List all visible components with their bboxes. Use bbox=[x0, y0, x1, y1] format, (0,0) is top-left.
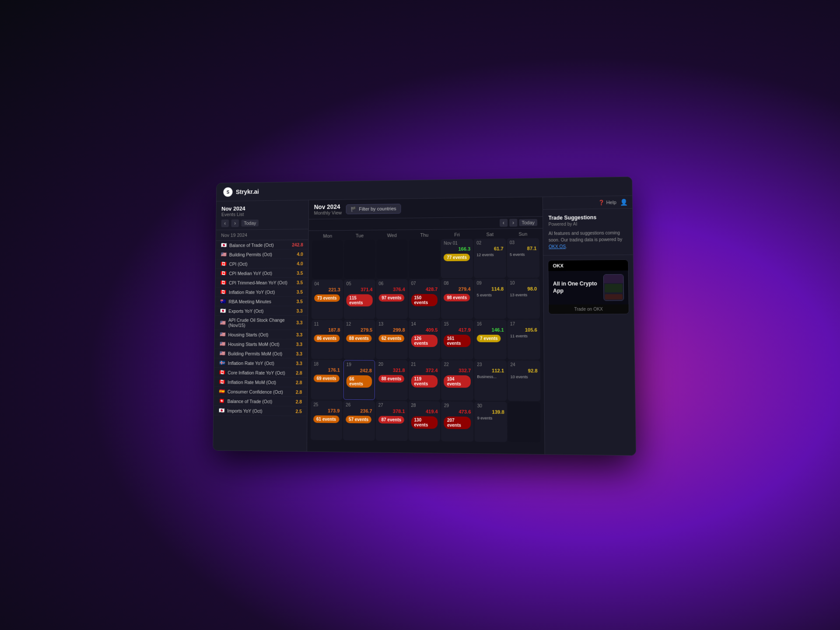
cell-date: 29 bbox=[444, 403, 471, 408]
sidebar-subtitle: Events List bbox=[221, 211, 303, 217]
calendar-cell[interactable]: 28419.4130 events bbox=[408, 401, 440, 441]
sidebar-event-item[interactable]: 🇯🇵 Balance of Trade (Oct) 242.8 bbox=[216, 240, 308, 250]
sidebar-event-item[interactable]: 🇨🇦 CPI Median YoY (Oct) 3.5 bbox=[216, 268, 308, 278]
cell-value: 173.9 bbox=[313, 407, 340, 413]
calendar-cell[interactable]: 18176.169 events bbox=[311, 360, 343, 399]
calendar-cell[interactable]: 13299.862 events bbox=[376, 319, 408, 359]
event-name: Imports YoY (Oct) bbox=[227, 408, 293, 413]
cell-date: 30 bbox=[477, 403, 504, 408]
calendar-cell[interactable]: 19242.866 events bbox=[343, 360, 375, 399]
cell-date: 11 bbox=[314, 322, 340, 326]
calendar-cell[interactable]: 16146.17 events bbox=[474, 319, 507, 359]
calendar-cell[interactable]: 2492.810 events bbox=[508, 360, 540, 400]
calendar-cell[interactable]: 0261.712 events bbox=[474, 238, 506, 278]
cell-date: Nov 01 bbox=[444, 240, 470, 245]
sidebar-event-item[interactable]: 🇨🇦 CPI Trimmed-Mean YoY (Oct) 3.5 bbox=[215, 277, 308, 287]
event-score: 3.3 bbox=[296, 320, 302, 325]
calendar-cell[interactable]: 23112.1Business... bbox=[474, 360, 507, 400]
sidebar-event-item[interactable]: 🇨🇦 CPI (Oct) 4.0 bbox=[216, 259, 308, 269]
sidebar-event-item[interactable]: 🇨🇦 Core Inflation Rate YoY (Oct) 2.8 bbox=[214, 368, 308, 378]
cell-date: 06 bbox=[378, 281, 405, 286]
cell-value: 376.4 bbox=[378, 287, 405, 292]
event-name: Inflation Rate YoY (Oct) bbox=[228, 360, 294, 365]
sidebar-today-button[interactable]: Today bbox=[242, 219, 259, 226]
sidebar-event-item[interactable]: 🇮🇸 Inflation Rate YoY (Oct) 3.3 bbox=[214, 358, 308, 368]
sidebar-event-item[interactable]: 🇺🇸 Housing Starts MoM (Oct) 3.3 bbox=[214, 339, 307, 349]
calendar-cell[interactable]: 17105.611 events bbox=[508, 319, 540, 360]
calendar-cell[interactable]: 14409.5126 events bbox=[409, 319, 441, 359]
cell-date: 27 bbox=[378, 402, 405, 407]
day-header: Sun bbox=[507, 231, 539, 237]
calendar-cell[interactable]: 20321.888 events bbox=[376, 360, 408, 400]
day-header: Mon bbox=[312, 233, 343, 238]
sidebar-event-item[interactable]: 🇨🇭 Balance of Trade (Oct) 2.8 bbox=[214, 396, 307, 406]
event-name: CPI Median YoY (Oct) bbox=[229, 270, 294, 276]
calendar-cell[interactable]: 1098.013 events bbox=[507, 279, 540, 318]
event-flag: 🇨🇦 bbox=[219, 379, 225, 385]
sidebar-event-item[interactable]: 🇯🇵 Exports YoY (Oct) 3.3 bbox=[215, 306, 308, 315]
sidebar-next-button[interactable]: › bbox=[231, 219, 239, 227]
sidebar-event-item[interactable]: 🇯🇵 Imports YoY (Oct) 2.5 bbox=[214, 406, 307, 416]
sidebar-event-item[interactable]: 🇨🇦 Inflation Rate MoM (Oct) 2.8 bbox=[214, 377, 307, 387]
calendar-cell[interactable]: 09114.85 events bbox=[474, 279, 506, 318]
sidebar-event-item[interactable]: 🇺🇸 Building Permits (Oct) 4.0 bbox=[216, 249, 308, 259]
user-icon[interactable]: 👤 bbox=[620, 198, 628, 205]
cell-date: 28 bbox=[411, 402, 438, 408]
trade-suggestions-subtitle: Powered by AI bbox=[549, 221, 627, 227]
calendar-cell bbox=[344, 239, 375, 279]
calendar-grid-wrapper: MonTueWedThuFriSatSun Nov 01166.377 even… bbox=[307, 228, 545, 454]
calendar-cell[interactable]: 07428.7150 events bbox=[409, 279, 441, 318]
calendar-cell[interactable]: 11187.886 events bbox=[311, 320, 343, 359]
calendar-cell[interactable]: 04221.373 events bbox=[312, 280, 343, 319]
sidebar-event-item[interactable]: 🇦🇺 RBA Meeting Minutes 3.5 bbox=[215, 297, 308, 306]
cal-prev-button[interactable]: ‹ bbox=[500, 219, 508, 227]
sidebar-event-item[interactable]: 🇨🇦 Inflation Rate YoY (Oct) 3.5 bbox=[215, 287, 308, 297]
cal-today-button[interactable]: Today bbox=[519, 219, 537, 226]
event-flag: 🇺🇸 bbox=[221, 252, 227, 257]
calendar-cell[interactable]: 0387.15 events bbox=[507, 238, 540, 278]
calendar-cell[interactable]: 15417.9161 events bbox=[441, 319, 473, 359]
cal-next-button[interactable]: › bbox=[509, 219, 517, 227]
sidebar-event-item[interactable]: 🇺🇸 Building Permits MoM (Oct) 3.3 bbox=[214, 349, 308, 358]
event-score: 4.0 bbox=[297, 251, 303, 256]
sidebar-event-item[interactable]: 🇪🇸 Consumer Confidence (Oct) 2.8 bbox=[214, 387, 307, 397]
cell-date: 04 bbox=[314, 281, 340, 286]
sidebar-event-item[interactable]: 🇺🇸 API Crude Oil Stock Change (Nov/15) 3… bbox=[215, 315, 308, 330]
calendar-cell[interactable]: 05371.4115 events bbox=[343, 280, 375, 319]
help-button[interactable]: ❓ Help bbox=[598, 199, 616, 205]
sidebar: Nov 2024 Events List ‹ › Today Nov 19 20… bbox=[213, 200, 309, 451]
cell-date: 09 bbox=[477, 280, 504, 285]
calendar-cell[interactable]: 12279.588 events bbox=[343, 319, 375, 359]
ad-title: All in One Crypto App bbox=[553, 280, 601, 294]
event-name: CPI Trimmed-Mean YoY (Oct) bbox=[229, 280, 294, 285]
calendar-cell[interactable]: 08279.498 events bbox=[441, 279, 473, 318]
okx-link[interactable]: OKX OS bbox=[549, 244, 566, 248]
events-badge: 69 events bbox=[314, 374, 340, 382]
trade-suggestions-title: Trade Suggestions bbox=[548, 214, 627, 221]
filter-countries-button[interactable]: 🏴 Filter by countries bbox=[346, 203, 401, 214]
ad-footer[interactable]: Trade on OKX bbox=[549, 304, 629, 314]
sidebar-prev-button[interactable]: ‹ bbox=[221, 219, 229, 227]
calendar-cell[interactable]: Nov 01166.377 events bbox=[441, 238, 473, 278]
calendar-cell[interactable]: 29473.6207 events bbox=[441, 401, 474, 441]
calendar-cell[interactable]: 06376.497 events bbox=[376, 279, 407, 318]
event-name: Building Permits (Oct) bbox=[229, 251, 294, 257]
calendar-cell[interactable]: 30139.89 events bbox=[474, 401, 507, 442]
cell-value: 112.1 bbox=[477, 368, 504, 373]
cell-value: 378.1 bbox=[378, 408, 405, 414]
cell-date: 02 bbox=[476, 240, 503, 245]
help-icon: ❓ bbox=[598, 200, 605, 205]
cell-value: 221.3 bbox=[314, 287, 340, 292]
calendar-cell[interactable]: 27378.187 events bbox=[375, 400, 407, 441]
event-name: RBA Meeting Minutes bbox=[228, 298, 294, 304]
cell-value: 236.7 bbox=[346, 408, 372, 413]
cell-value: 419.4 bbox=[411, 408, 438, 414]
calendar-cell[interactable]: 25173.961 events bbox=[311, 400, 342, 440]
calendar-cell[interactable]: 21372.4119 events bbox=[408, 360, 440, 400]
sidebar-event-item[interactable]: 🇺🇸 Housing Starts (Oct) 3.3 bbox=[215, 330, 308, 340]
calendar-cell[interactable]: 26236.757 events bbox=[343, 400, 375, 441]
event-score: 2.5 bbox=[295, 408, 301, 413]
event-flag: 🇯🇵 bbox=[220, 308, 226, 314]
calendar-cell[interactable]: 22332.7104 events bbox=[441, 360, 474, 400]
ad-banner[interactable]: OKX All in One Crypto App Trade on OKX bbox=[548, 259, 629, 314]
